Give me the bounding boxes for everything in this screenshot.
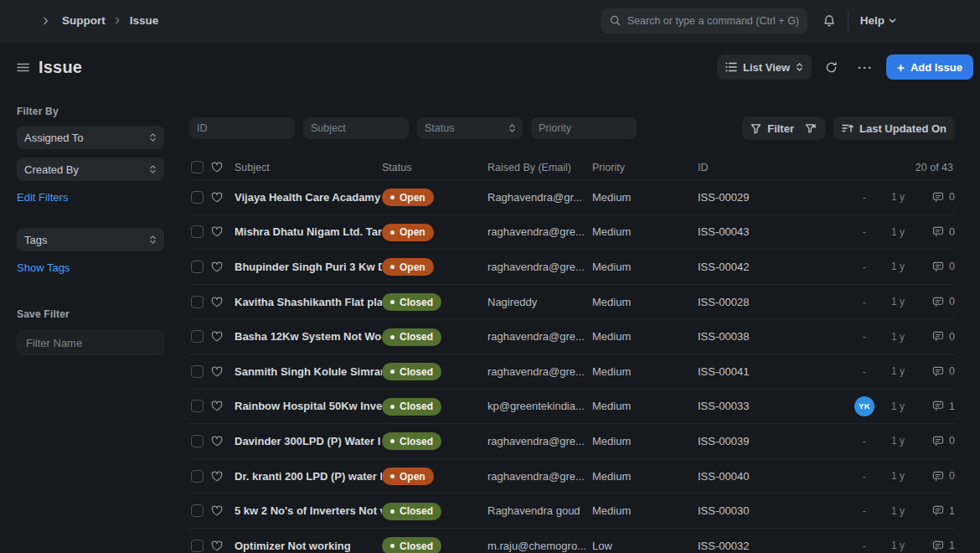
priority-value: Medium [592, 365, 698, 378]
row-checkbox[interactable] [191, 191, 204, 204]
issue-subject[interactable]: Rainbow Hospital 50Kw Inver [235, 400, 382, 412]
help-menu[interactable]: Help [860, 14, 896, 27]
assignee: - [863, 191, 866, 204]
row-checkbox[interactable] [191, 365, 204, 378]
status-label: Closed [400, 331, 433, 343]
header-id[interactable]: ID [698, 162, 848, 173]
filter-button[interactable]: Filter [742, 116, 825, 140]
issue-id[interactable]: ISS-00030 [698, 504, 848, 517]
row-checkbox[interactable] [191, 261, 204, 273]
issue-subject[interactable]: Vijaya Health Care Acadamy ! [235, 191, 382, 204]
search-input[interactable]: Search or type a command (Ctrl + G) [601, 8, 807, 34]
row-checkbox[interactable] [191, 330, 204, 343]
row-checkbox[interactable] [191, 435, 204, 447]
liked-filter-heart-icon[interactable] [211, 162, 235, 173]
sidebar-expand-icon[interactable] [42, 17, 50, 25]
issue-subject[interactable]: Optimizer Not working [235, 540, 382, 552]
like-heart-icon[interactable] [211, 226, 235, 237]
issue-subject[interactable]: 5 kw 2 No's of Inverters Not v [235, 504, 382, 517]
table-row[interactable]: Optimizer Not working Closed m.raju@chem… [189, 529, 955, 553]
comment-count: 1 [949, 505, 955, 517]
status-filter-select[interactable]: Status [417, 117, 523, 139]
row-checkbox[interactable] [191, 540, 204, 552]
like-heart-icon[interactable] [211, 436, 235, 447]
add-issue-button[interactable]: + Add Issue [886, 54, 973, 80]
table-row[interactable]: Bhupinder Singh Puri 3 Kw D Open raghave… [189, 250, 955, 285]
more-menu-button[interactable]: ··· [851, 54, 879, 80]
issue-subject[interactable]: Bhupinder Singh Puri 3 Kw D [235, 261, 382, 273]
issue-id[interactable]: ISS-00040 [698, 470, 848, 483]
assignee: - [863, 261, 866, 273]
table-row[interactable]: Vijaya Health Care Acadamy ! Open Raghav… [189, 180, 955, 215]
issue-id[interactable]: ISS-00032 [698, 540, 848, 552]
title-menu-icon[interactable] [17, 62, 29, 73]
table-row[interactable]: Kavitha Shashikanth Flat plat Closed Nag… [189, 285, 955, 320]
assignee: - [863, 540, 866, 552]
header-subject[interactable]: Subject [235, 162, 382, 173]
created-by-select[interactable]: Created By [17, 158, 164, 181]
issue-id[interactable]: ISS-00043 [698, 225, 848, 238]
issue-id[interactable]: ISS-00028 [698, 296, 848, 308]
table-row[interactable]: Davinder 300LPD (P) Water I Closed ragha… [189, 424, 955, 459]
row-checkbox[interactable] [191, 296, 204, 308]
issue-subject[interactable]: Dr. kranti 200 LPD (P) water I [235, 470, 382, 483]
like-heart-icon[interactable] [211, 297, 235, 308]
issue-subject[interactable]: Mishra Dhatu Nigam Ltd. Tan [235, 225, 382, 238]
like-heart-icon[interactable] [211, 540, 235, 551]
issue-subject[interactable]: Basha 12Kw System Not Wor [235, 330, 382, 343]
comment-count-cell: 0 [915, 296, 955, 308]
show-tags-link[interactable]: Show Tags [17, 261, 70, 274]
sort-button[interactable]: Last Updated On [833, 116, 955, 140]
notifications-bell-icon[interactable] [823, 14, 836, 28]
priority-filter-input[interactable] [531, 117, 637, 139]
issue-id[interactable]: ISS-00042 [698, 261, 848, 273]
like-heart-icon[interactable] [211, 261, 235, 272]
table-row[interactable]: Mishra Dhatu Nigam Ltd. Tan Open raghave… [189, 215, 955, 251]
assigned-to-select[interactable]: Assigned To [17, 126, 164, 149]
table-row[interactable]: Dr. kranti 200 LPD (P) water I Open ragh… [189, 459, 955, 494]
priority-value: Medium [592, 191, 698, 204]
raised-by-email: raghavendra@gre... [487, 261, 592, 273]
table-row[interactable]: Rainbow Hospital 50Kw Inver Closed kp@gr… [189, 390, 955, 425]
refresh-button[interactable] [818, 54, 844, 80]
issue-id[interactable]: ISS-00039 [698, 435, 848, 447]
comment-count-cell: 0 [915, 331, 955, 343]
issue-id[interactable]: ISS-00033 [698, 400, 848, 412]
like-heart-icon[interactable] [211, 366, 235, 377]
issue-subject[interactable]: Davinder 300LPD (P) Water I [235, 435, 382, 447]
id-filter-input[interactable] [189, 117, 295, 139]
breadcrumb-item-support[interactable]: Support [62, 14, 106, 27]
like-heart-icon[interactable] [211, 192, 235, 203]
assignee: - [863, 470, 866, 483]
header-priority[interactable]: Priority [592, 162, 698, 173]
filter-name-input[interactable] [17, 330, 164, 355]
like-heart-icon[interactable] [211, 505, 235, 516]
issue-id[interactable]: ISS-00029 [698, 191, 848, 204]
issue-id[interactable]: ISS-00041 [698, 365, 848, 378]
clear-filter-icon[interactable] [805, 123, 817, 134]
like-heart-icon[interactable] [211, 401, 235, 411]
table-row[interactable]: Sanmith Singh Kolule Simran Closed ragha… [189, 354, 955, 390]
table-row[interactable]: 5 kw 2 No's of Inverters Not v Closed Ra… [189, 494, 955, 529]
select-all-checkbox[interactable] [191, 161, 204, 173]
row-checkbox[interactable] [191, 400, 204, 412]
breadcrumb-item-issue[interactable]: Issue [130, 14, 159, 27]
edit-filters-link[interactable]: Edit Filters [17, 191, 68, 204]
header-status[interactable]: Status [382, 162, 487, 173]
result-count[interactable]: 20 of 43 [848, 162, 955, 173]
table-row[interactable]: Basha 12Kw System Not Wor Closed raghave… [189, 319, 955, 354]
subject-filter-input[interactable] [303, 117, 409, 139]
status-dot-icon [390, 509, 395, 514]
view-switcher-button[interactable]: List View [717, 54, 812, 80]
like-heart-icon[interactable] [211, 471, 235, 482]
tags-select[interactable]: Tags [17, 228, 164, 251]
issue-subject[interactable]: Sanmith Singh Kolule Simran [235, 365, 382, 378]
header-raised-by[interactable]: Raised By (Email) [487, 162, 592, 173]
last-updated: 1 y [881, 365, 915, 377]
row-checkbox[interactable] [191, 470, 204, 483]
row-checkbox[interactable] [191, 225, 204, 238]
issue-id[interactable]: ISS-00038 [698, 330, 848, 343]
like-heart-icon[interactable] [211, 331, 235, 342]
issue-subject[interactable]: Kavitha Shashikanth Flat plat [235, 296, 382, 308]
row-checkbox[interactable] [191, 504, 204, 517]
